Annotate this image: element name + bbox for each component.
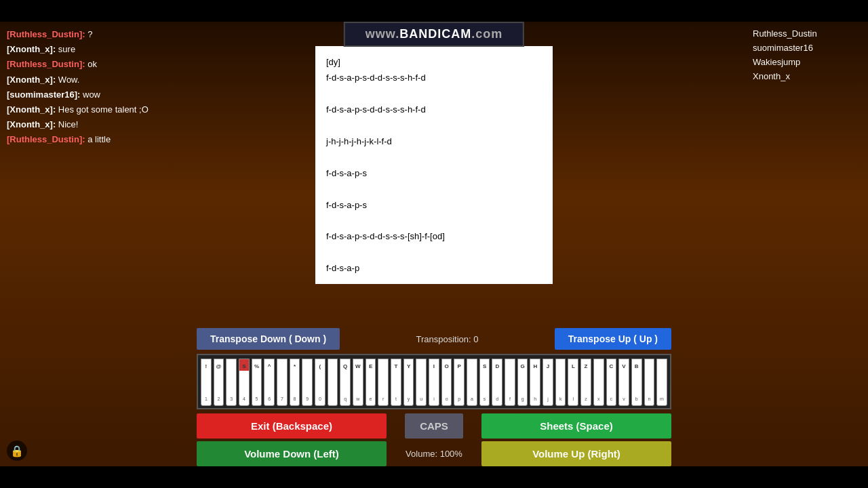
chat-message: [Xnonth_x]: sure [7,43,156,56]
chat-text: ? [87,29,92,39]
piano-key[interactable]: %5 [252,359,262,406]
piano-key[interactable]: Ii [429,359,439,406]
piano-key[interactable]: a [467,359,477,406]
piano-key[interactable]: Jj [542,359,553,406]
chat-message: [Ruthless_Dustin]: ? [7,28,156,41]
chat-text: Wow. [58,75,80,85]
lock-icon: 🔒 [7,441,27,461]
piano-key[interactable]: Hh [530,359,540,406]
piano-section: Transpose Down ( Down ) Transposition: 0… [197,328,671,466]
piano-key[interactable]: m [656,359,667,406]
chat-text: Hes got some talent ;O [58,104,149,115]
piano-key[interactable]: ^6 [264,359,275,406]
sheet-line: f-d-s-a-p-s [326,197,542,213]
chat-message: [Xnonth_x]: Hes got some talent ;O [7,104,156,116]
piano-key[interactable]: S4 [239,359,250,406]
players-panel: Ruthless_Dustin suomimaster16 Wakiesjump… [746,22,868,92]
piano-key[interactable]: !1 [201,359,212,406]
volume-down-button[interactable]: Volume Down (Left) [197,441,387,466]
chat-message: [Ruthless_Dustin]: ok [7,58,156,70]
piano-key[interactable]: Qq [340,359,351,406]
bandicam-watermark: www.BANDICAM.com [344,22,524,47]
piano-key[interactable]: Ss [479,359,490,406]
player-name: Xnonth_x [753,71,861,81]
piano-key[interactable]: Ww [353,359,363,406]
sheet-line: f-d-s-a-p [326,260,542,276]
piano-key[interactable]: Ll [568,359,578,406]
white-keys-row: !1 @2 3 S4 %5 ^6 7 *8 9 (0 Qq Ww Ee r Tt… [200,359,668,406]
piano-key[interactable]: Cc [606,359,617,406]
chat-name: [Ruthless_Dustin]: [7,134,85,144]
chat-name: [Xnonth_x]: [7,119,56,129]
letterbox-top [0,0,868,22]
piano-key[interactable]: Zz [580,359,591,406]
chat-name: [Ruthless_Dustin]: [7,29,85,39]
piano-key[interactable]: u [416,359,427,406]
sheet-line: f-d-s-a-p-s-d-d-s-s-s-h-f-d [326,70,542,85]
exit-button[interactable]: Exit (Backspace) [197,413,387,439]
chat-name: [Xnonth_x]: [7,104,56,115]
piano-key[interactable]: *8 [290,359,300,406]
sheet-line [326,118,542,134]
piano-keyboard: !1 @2 3 S4 %5 ^6 7 *8 9 (0 Qq Ww Ee r Tt… [197,354,671,409]
piano-key[interactable]: Bb [631,359,642,406]
sheet-line [326,149,542,165]
piano-key[interactable]: n [644,359,655,406]
piano-key[interactable]: r [378,359,389,406]
sheet-line: f-d-s-a-p-s [326,165,542,181]
caps-button[interactable]: CAPS [405,413,463,439]
chat-text: Nice! [58,119,79,129]
bandicam-text: www.BANDICAM.com [366,27,502,41]
volume-label: Volume: 100% [406,449,462,459]
player-name: Ruthless_Dustin [753,28,861,39]
sheet-line: f-d-s-a-p-s-d-d-s-s-s-h-f-d [326,102,542,117]
piano-key[interactable]: Yy [403,359,414,406]
piano-key[interactable]: Pp [454,359,465,406]
sheet-line [326,181,542,197]
controls-row-2: Volume Down (Left) Volume: 100% Volume U… [197,441,671,466]
chat-name: [Xnonth_x]: [7,44,56,54]
piano-key[interactable]: k [555,359,566,406]
piano-key[interactable]: Tt [391,359,401,406]
piano-key[interactable]: (0 [315,359,326,406]
chat-message: [Xnonth_x]: Nice! [7,119,156,131]
chat-text: sure [58,44,75,54]
controls-row-1: Exit (Backspace) CAPS Sheets (Space) [197,413,671,439]
piano-key[interactable]: Oo [441,359,452,406]
player-name: Wakiesjump [753,57,861,67]
transpose-row: Transpose Down ( Down ) Transposition: 0… [197,328,671,350]
sheets-button[interactable]: Sheets (Space) [481,413,671,439]
transpose-down-button[interactable]: Transpose Down ( Down ) [197,328,340,350]
piano-key[interactable]: 3 [226,359,237,406]
piano-key[interactable]: Ee [366,359,376,406]
transpose-up-button[interactable]: Transpose Up ( Up ) [555,328,671,350]
sheet-line: j-h-j-h-j-h-j-k-l-f-d [326,134,542,149]
sheet-line: f-d-s-a-p-s-d-d-s-s-s-[sh]-f-[od] [326,228,542,244]
chat-name: [suomimaster16]: [7,89,80,100]
chat-name: [Ruthless_Dustin]: [7,59,85,69]
chat-message: [suomimaster16]: wow [7,89,156,101]
piano-key[interactable]: Gg [517,359,528,406]
sheet-line [326,213,542,228]
chat-name: [Xnonth_x]: [7,75,56,85]
chat-panel: [Ruthless_Dustin]: ? [Xnonth_x]: sure [R… [0,22,163,466]
piano-key[interactable]: x [593,359,604,406]
piano-key[interactable]: Dd [492,359,502,406]
letterbox-bottom [0,466,868,488]
piano-key[interactable]: @2 [214,359,224,406]
chat-text: a little [87,134,111,144]
piano-key[interactable]: Vv [618,359,629,406]
player-name: suomimaster16 [753,43,861,53]
piano-key[interactable]: 9 [302,359,313,406]
piano-key[interactable]: f [505,359,515,406]
chat-message: [Ruthless_Dustin]: a little [7,134,156,146]
sheet-line [326,245,542,260]
piano-key[interactable] [328,359,338,406]
chat-text: ok [87,59,97,69]
transposition-label: Transposition: 0 [416,334,478,344]
sheet-panel: [dy] f-d-s-a-p-s-d-d-s-s-s-h-f-d f-d-s-a… [315,46,553,284]
volume-up-button[interactable]: Volume Up (Right) [481,441,671,466]
chat-message: [Xnonth_x]: Wow. [7,74,156,86]
sheet-line: [dy] [326,54,542,70]
piano-key[interactable]: 7 [277,359,288,406]
